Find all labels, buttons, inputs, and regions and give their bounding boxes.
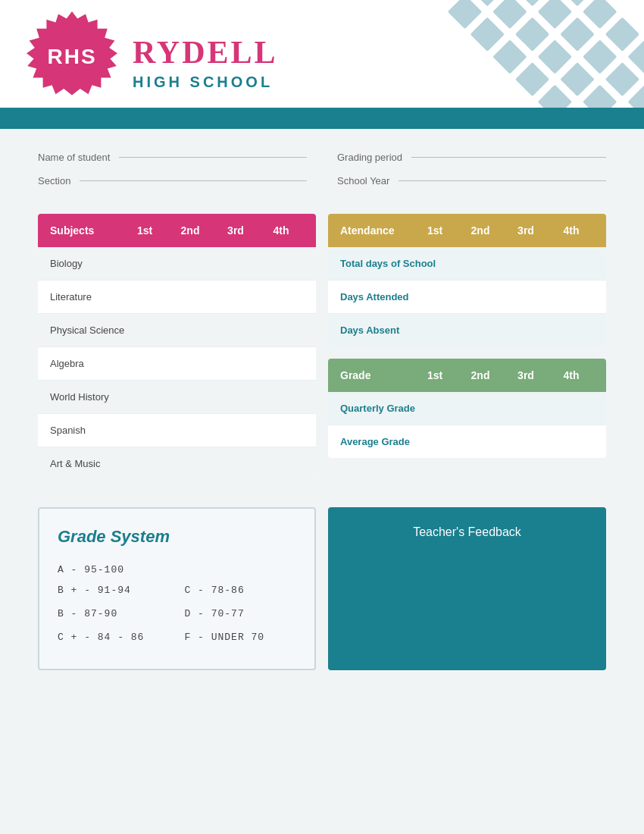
subject-row-art-music: Art & Music xyxy=(38,447,316,480)
name-line xyxy=(119,157,307,158)
subjects-col2: 2nd xyxy=(167,224,213,237)
diamond-pattern xyxy=(386,0,644,110)
grade-bplus-item: B + - 91-94 xyxy=(58,585,170,596)
grading-label: Grading period xyxy=(337,152,402,163)
grade-cplus-item: C + - 84 - 86 xyxy=(58,632,170,643)
year-line xyxy=(399,180,606,181)
form-row-1: Name of student Grading period xyxy=(38,152,606,163)
form-area: Name of student Grading period Section S… xyxy=(0,129,644,214)
right-col: Atendance 1st 2nd 3rd 4th Total days of … xyxy=(328,214,606,480)
attendance-col2: 2nd xyxy=(458,224,503,237)
main-grid: Subjects 1st 2nd 3rd 4th Biology Literat… xyxy=(0,214,644,495)
year-field: School Year xyxy=(337,175,606,187)
grading-field: Grading period xyxy=(337,152,606,163)
grade-a-item: A - 95-100 xyxy=(58,564,124,575)
grade-col2: 2nd xyxy=(458,369,503,381)
subject-row-algebra: Algebra xyxy=(38,347,316,381)
attendance-col-label: Atendance xyxy=(340,224,412,237)
grade-header: Grade 1st 2nd 3rd 4th xyxy=(328,359,606,392)
name-label: Name of student xyxy=(38,152,110,163)
attendance-col4: 4th xyxy=(549,224,594,237)
subjects-col-label: Subjects xyxy=(50,224,122,237)
grade-system-title: Grade System xyxy=(58,527,296,547)
grade-col-label: Grade xyxy=(340,369,412,381)
subject-row-literature: Literature xyxy=(38,281,316,314)
section-label: Section xyxy=(38,175,70,187)
subject-row-physical-science: Physical Science xyxy=(38,314,316,347)
grade-b-item: B - 87-90 xyxy=(58,608,170,619)
grade-c-item: C - 78-86 xyxy=(185,585,297,596)
section-field: Section xyxy=(38,175,307,187)
section-line xyxy=(80,180,307,181)
attendance-section: Atendance 1st 2nd 3rd 4th Total days of … xyxy=(328,214,606,346)
subjects-col3: 3rd xyxy=(213,224,258,237)
attendance-col3: 3rd xyxy=(503,224,549,237)
form-row-2: Section School Year xyxy=(38,175,606,187)
spacer xyxy=(328,346,606,359)
header-teal-bar xyxy=(0,108,644,129)
attendance-col1: 1st xyxy=(412,224,458,237)
grade-col4: 4th xyxy=(549,369,594,381)
attendance-row-total: Total days of School xyxy=(328,247,606,281)
grade-col1: 1st xyxy=(412,369,458,381)
subject-row-biology: Biology xyxy=(38,247,316,281)
year-label: School Year xyxy=(337,175,389,187)
subjects-table: Subjects 1st 2nd 3rd 4th Biology Literat… xyxy=(38,214,316,480)
badge-text: RHS xyxy=(27,11,117,102)
attendance-row-attended: Days Attended xyxy=(328,281,606,314)
subjects-col4: 4th xyxy=(258,224,304,237)
feedback-title: Teacher's Feedback xyxy=(413,525,521,539)
feedback-box: Teacher's Feedback xyxy=(328,507,606,670)
school-name-block: RYDELL HIGH SCHOOL xyxy=(133,34,278,91)
school-name-main: RYDELL xyxy=(133,34,278,71)
grade-system-box: Grade System A - 95-100 B + - 91-94 C - … xyxy=(38,507,316,670)
grade-d-item: D - 70-77 xyxy=(185,608,297,619)
subjects-col1: 1st xyxy=(122,224,167,237)
bottom-grid: Grade System A - 95-100 B + - 91-94 C - … xyxy=(0,495,644,693)
attendance-header: Atendance 1st 2nd 3rd 4th xyxy=(328,214,606,247)
subjects-header: Subjects 1st 2nd 3rd 4th xyxy=(38,214,316,247)
school-name-sub: HIGH SCHOOL xyxy=(133,74,278,91)
grade-f-item: F - UNDER 70 xyxy=(185,632,297,643)
header-section: RHS RYDELL HIGH SCHOOL xyxy=(0,0,644,129)
subject-row-world-history: World History xyxy=(38,381,316,414)
grade-scale-grid: B + - 91-94 C - 78-86 B - 87-90 D - 70-7… xyxy=(58,585,296,651)
grade-section: Grade 1st 2nd 3rd 4th Quarterly Grade Av… xyxy=(328,359,606,458)
grade-row-quarterly: Quarterly Grade xyxy=(328,392,606,425)
grading-line xyxy=(411,157,606,158)
subject-row-spanish: Spanish xyxy=(38,414,316,447)
name-field: Name of student xyxy=(38,152,307,163)
grade-scale-a: A - 95-100 xyxy=(58,562,296,575)
grade-col3: 3rd xyxy=(503,369,549,381)
grade-row-average: Average Grade xyxy=(328,425,606,458)
attendance-row-absent: Days Absent xyxy=(328,314,606,346)
